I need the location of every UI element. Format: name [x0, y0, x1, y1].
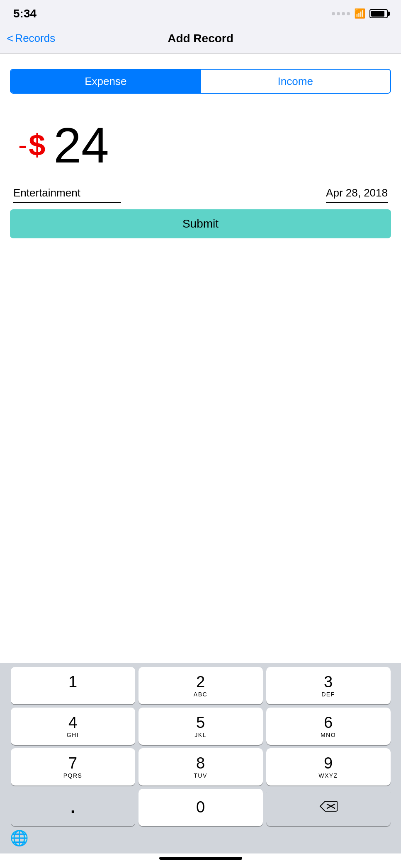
- key-3[interactable]: 3 DEF: [266, 667, 391, 704]
- main-content: Expense Income - $ 24 Entertainment Apr …: [0, 54, 401, 663]
- keyboard-row-4: . 0: [2, 789, 399, 826]
- keyboard-row-1: 1 2 ABC 3 DEF: [2, 667, 399, 704]
- expense-tab[interactable]: Expense: [11, 70, 201, 93]
- chevron-left-icon: <: [7, 33, 13, 44]
- battery-icon: [369, 9, 388, 18]
- date-value: Apr 28, 2018: [326, 187, 388, 203]
- minus-sign: -: [18, 132, 27, 158]
- status-icons: 📶: [332, 8, 388, 19]
- date-field[interactable]: Apr 28, 2018: [326, 187, 388, 203]
- key-8[interactable]: 8 TUV: [139, 748, 263, 786]
- key-0[interactable]: 0: [139, 789, 263, 826]
- category-value: Entertainment: [13, 187, 121, 203]
- back-button[interactable]: < Records: [7, 32, 55, 45]
- amount-value: 24: [53, 120, 109, 170]
- submit-button[interactable]: Submit: [10, 209, 391, 238]
- back-label: Records: [15, 32, 55, 45]
- numeric-keyboard: 1 2 ABC 3 DEF 4 GHI 5 JKL 6: [0, 663, 401, 853]
- key-1[interactable]: 1: [11, 667, 135, 704]
- home-indicator-bar: [0, 853, 401, 868]
- status-bar: 5:34 📶: [0, 0, 401, 25]
- keyboard-rows: 1 2 ABC 3 DEF 4 GHI 5 JKL 6: [2, 667, 399, 826]
- signal-dots-icon: [332, 12, 350, 15]
- amount-section: - $ 24: [10, 104, 391, 178]
- content-spacer: [10, 238, 391, 663]
- keyboard-bottom-bar: 🌐: [2, 826, 399, 853]
- nav-bar: < Records Add Record: [0, 25, 401, 54]
- type-segment-control[interactable]: Expense Income: [10, 69, 391, 94]
- key-7[interactable]: 7 PQRS: [11, 748, 135, 786]
- keyboard-row-3: 7 PQRS 8 TUV 9 WXYZ: [2, 748, 399, 786]
- key-2[interactable]: 2 ABC: [139, 667, 263, 704]
- submit-label: Submit: [182, 217, 219, 230]
- home-indicator: [159, 857, 242, 860]
- category-field[interactable]: Entertainment: [13, 187, 121, 203]
- form-row: Entertainment Apr 28, 2018: [10, 187, 391, 203]
- globe-icon[interactable]: 🌐: [10, 829, 29, 847]
- key-5[interactable]: 5 JKL: [139, 708, 263, 745]
- income-tab[interactable]: Income: [201, 70, 391, 93]
- key-dot[interactable]: .: [11, 789, 135, 826]
- page-title: Add Record: [168, 32, 233, 45]
- keyboard-row-2: 4 GHI 5 JKL 6 MNO: [2, 708, 399, 745]
- currency-sign: $: [29, 130, 45, 160]
- key-delete[interactable]: [266, 789, 391, 826]
- key-6[interactable]: 6 MNO: [266, 708, 391, 745]
- key-9[interactable]: 9 WXYZ: [266, 748, 391, 786]
- key-4[interactable]: 4 GHI: [11, 708, 135, 745]
- wifi-icon: 📶: [354, 8, 365, 19]
- status-time: 5:34: [13, 7, 36, 20]
